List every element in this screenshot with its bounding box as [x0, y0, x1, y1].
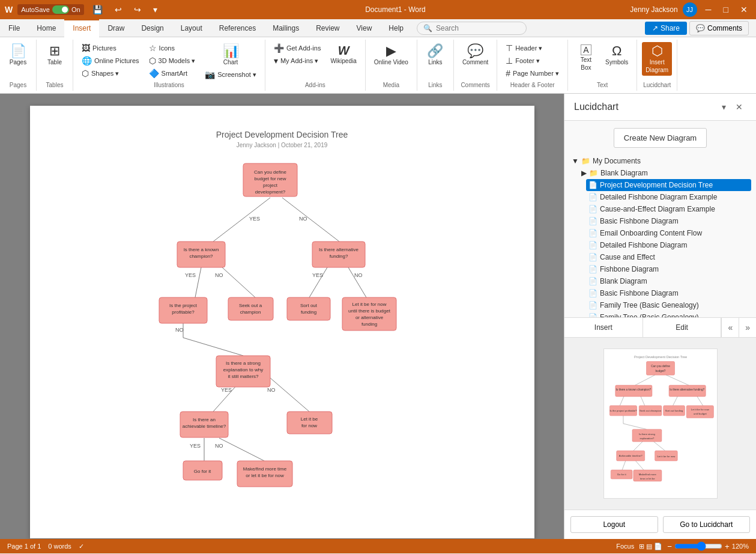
svg-text:time or let be: time or let be — [640, 477, 655, 480]
online-pictures-button[interactable]: 🌐 Online Pictures — [78, 55, 143, 67]
symbols-button[interactable]: Ω Symbols — [602, 42, 632, 68]
pictures-button[interactable]: 🖼 Pictures — [78, 42, 143, 54]
tree-item-blank-subfolder[interactable]: ▶ 📁 Blank Diagram — [579, 167, 751, 179]
table-button[interactable]: ⊞ Table — [41, 42, 68, 68]
page-number-button[interactable]: # Page Number ▾ — [502, 67, 563, 79]
create-new-diagram-button[interactable]: Create New Diagram — [614, 128, 707, 148]
edit-button[interactable]: Edit — [643, 318, 722, 337]
links-group-label: Links — [428, 81, 442, 88]
svg-text:Is the project: Is the project — [169, 303, 198, 308]
footer-button[interactable]: ⊥ Footer ▾ — [502, 55, 563, 67]
file-label-3: Cause-and-Effect Diagram Example — [600, 205, 715, 213]
tab-home[interactable]: Home — [28, 19, 64, 37]
redo-button[interactable]: ↪ — [130, 4, 145, 16]
svg-line-3 — [222, 267, 255, 297]
wikipedia-label: Wikipedia — [330, 58, 356, 64]
tree-item-2[interactable]: 📄Detailed Fishbone Diagram Example — [586, 191, 751, 203]
smartart-button[interactable]: 🔷 SmartArt — [145, 67, 199, 79]
save-button[interactable]: 💾 — [89, 4, 106, 16]
tab-design[interactable]: Design — [133, 19, 172, 37]
zoom-out-button[interactable]: − — [667, 542, 672, 551]
svg-text:YES: YES — [185, 272, 196, 278]
panel-close-button[interactable]: ✕ — [732, 101, 746, 113]
doc-icon: 📄 — [588, 229, 597, 237]
tree-item-5[interactable]: 📄Email Onboarding Content Flow — [586, 227, 751, 239]
close-button[interactable]: ✕ — [737, 4, 751, 16]
page-info: Page 1 of 1 — [7, 543, 41, 550]
focus-button[interactable]: Focus — [616, 543, 634, 550]
svg-text:Is there alternative: Is there alternative — [319, 247, 358, 252]
go-to-lucidchart-button[interactable]: Go to Lucidchart — [663, 516, 751, 533]
svg-text:Is there a strong: Is there a strong — [226, 361, 261, 366]
customize-btn[interactable]: ▾ — [150, 4, 161, 16]
logout-button[interactable]: Logout — [570, 516, 658, 533]
tree-item-6[interactable]: 📄Detailed Fishbone Diagram — [586, 239, 751, 251]
share-icon: ↗ — [652, 24, 658, 32]
tab-references[interactable]: References — [211, 19, 264, 37]
tab-review[interactable]: Review — [307, 19, 348, 37]
next-button[interactable]: » — [739, 318, 756, 337]
comments-button[interactable]: 💬 Comments — [689, 21, 749, 35]
diagram-svg: YES NO YES NO YES NO NO YES NO YES NO Ca… — [150, 160, 414, 515]
tab-help[interactable]: Help — [380, 19, 412, 37]
get-addins-button[interactable]: ➕ Get Add-ins — [270, 42, 324, 54]
svg-text:NO: NO — [215, 443, 223, 449]
tree-item-10[interactable]: 📄Basic Fishbone Diagram — [586, 287, 751, 299]
svg-text:Seek out champion: Seek out champion — [640, 409, 662, 412]
tree-root-folder[interactable]: ▼ 📁 My Documents — [569, 155, 751, 167]
text-box-button[interactable]: A Text Box — [573, 42, 599, 73]
tree-item-8[interactable]: 📄Fishbone Diagram — [586, 263, 751, 275]
zoom-in-button[interactable]: + — [725, 542, 730, 551]
ribbon-tabs: File Home Insert Draw Design Layout Refe… — [0, 19, 756, 37]
file-label-2: Detailed Fishbone Diagram Example — [600, 193, 717, 201]
ribbon-group-media: ▶ Online Video Media — [366, 40, 417, 91]
svg-text:Is there a known champion?: Is there a known champion? — [615, 388, 651, 391]
autosave-toggle[interactable] — [52, 5, 69, 14]
my-addins-button[interactable]: ▾ My Add-ins ▾ — [270, 55, 324, 67]
file-list: 📄Detailed Fishbone Diagram Example📄Cause… — [569, 191, 751, 317]
wikipedia-button[interactable]: W Wikipedia — [327, 42, 360, 67]
minimize-button[interactable]: ─ — [702, 4, 715, 16]
svg-line-1 — [282, 198, 339, 242]
tree-item-3[interactable]: 📄Cause-and-Effect Diagram Example — [586, 203, 751, 215]
tab-view[interactable]: View — [348, 19, 381, 37]
tab-draw[interactable]: Draw — [99, 19, 133, 37]
undo-button[interactable]: ↩ — [111, 4, 125, 16]
panel-collapse-button[interactable]: ▾ — [718, 101, 730, 113]
header-button[interactable]: ⊤ Header ▾ — [502, 42, 563, 54]
svg-text:Is there alternative funding?: Is there alternative funding? — [670, 388, 704, 391]
chart-button[interactable]: 📊 Chart — [201, 42, 260, 68]
insert-button[interactable]: Insert — [564, 318, 643, 337]
3d-models-button[interactable]: ⬡ 3D Models ▾ — [145, 55, 199, 67]
tab-insert[interactable]: Insert — [64, 19, 99, 37]
comment-button[interactable]: 💬 Comment — [459, 42, 492, 68]
tree-item-4[interactable]: 📄Basic Fishbone Diagram — [586, 215, 751, 227]
tab-file[interactable]: File — [0, 19, 28, 37]
shapes-button[interactable]: ⬡ Shapes ▾ — [78, 67, 143, 79]
ribbon: File Home Insert Draw Design Layout Refe… — [0, 19, 756, 94]
online-video-button[interactable]: ▶ Online Video — [370, 42, 412, 68]
pages-button[interactable]: 📄 Pages — [5, 42, 31, 68]
prev-button[interactable]: « — [721, 318, 739, 337]
tab-layout[interactable]: Layout — [172, 19, 211, 37]
screenshot-button[interactable]: 📷 Screenshot ▾ — [201, 68, 260, 81]
tree-item-11[interactable]: 📄Family Tree (Basic Genealogy) — [586, 299, 751, 311]
search-box[interactable]: 🔍 — [417, 22, 527, 35]
maximize-button[interactable]: □ — [720, 4, 732, 16]
icons-button[interactable]: ☆ Icons — [145, 42, 199, 54]
svg-line-7 — [183, 338, 243, 356]
links-button[interactable]: 🔗 Links — [422, 42, 449, 68]
tree-item-12[interactable]: 📄Family Tree (Basic Genealogy) — [586, 311, 751, 317]
lucidchart-panel: Lucidchart ▾ ✕ Create New Diagram ▼ 📁 My… — [564, 94, 756, 539]
svg-text:Let it be: Let it be — [300, 416, 318, 422]
media-items: ▶ Online Video — [370, 42, 412, 81]
tree-item-selected[interactable]: 📄 Project Development Decision Tree — [586, 179, 751, 191]
zoom-slider[interactable] — [674, 541, 722, 551]
share-button[interactable]: ↗ Share — [645, 22, 687, 35]
search-input[interactable] — [436, 24, 520, 32]
tree-item-7[interactable]: 📄Cause and Effect — [586, 251, 751, 263]
tab-mailings[interactable]: Mailings — [264, 19, 307, 37]
insert-diagram-button[interactable]: ⬡ Insert Diagram — [642, 42, 672, 76]
tree-item-9[interactable]: 📄Blank Diagram — [586, 275, 751, 287]
wikipedia-icon: W — [338, 44, 349, 56]
